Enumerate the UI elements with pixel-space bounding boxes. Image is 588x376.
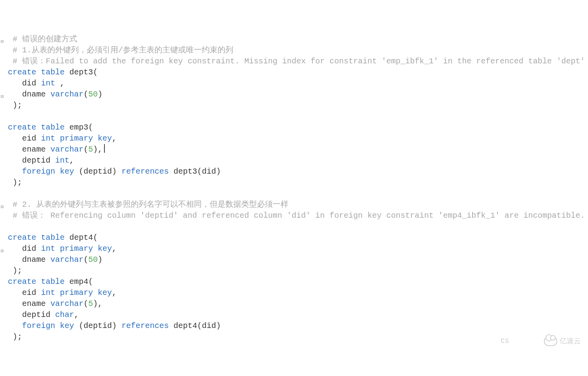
code-token: ); — [8, 178, 22, 187]
code-token — [55, 79, 60, 88]
code-line[interactable]: create table dept4( — [8, 232, 588, 243]
code-token — [117, 321, 121, 330]
code-line[interactable]: # 错误的创建方式 — [8, 34, 588, 45]
code-token: ename — [8, 299, 50, 308]
code-line[interactable]: did int , — [8, 78, 588, 89]
code-line[interactable]: ); — [8, 265, 588, 276]
code-token: key — [60, 167, 74, 176]
code-token: ( — [197, 167, 202, 176]
code-token: foreign — [22, 321, 55, 330]
code-token: did — [202, 167, 216, 176]
code-token: ), — [93, 145, 102, 154]
code-token: ( — [93, 68, 98, 77]
code-token: int — [55, 156, 69, 165]
code-token: ename — [8, 145, 50, 154]
code-token: # 1.从表的外键列，必须引用/参考主表的主键或唯一约束的列 — [8, 46, 233, 55]
code-token: key — [98, 288, 112, 297]
code-line[interactable]: ename varchar(5), — [8, 144, 588, 155]
code-token: # 2. 从表的外键列与主表被参照的列名字可以不相同，但是数据类型必须一样 — [8, 200, 288, 209]
code-line[interactable]: ename varchar(5), — [8, 298, 588, 309]
code-token: emp3 — [65, 123, 88, 132]
code-token: table — [41, 277, 65, 286]
code-token: ( — [84, 90, 88, 99]
fold-collapse-icon[interactable]: ⊟ — [1, 36, 4, 47]
code-token: , — [60, 79, 65, 88]
code-token: , — [112, 134, 117, 143]
code-token: int — [41, 244, 55, 253]
code-line[interactable] — [8, 221, 588, 232]
code-token: create — [8, 233, 36, 242]
code-token: , — [112, 244, 117, 253]
code-token — [93, 288, 98, 297]
code-line[interactable]: foreign key (deptid) references dept4(di… — [8, 320, 588, 332]
code-token: ( — [84, 255, 88, 264]
code-token: dept3 — [65, 68, 93, 77]
code-token: references — [121, 321, 169, 330]
code-token: int — [41, 134, 55, 143]
code-line[interactable]: deptid int, — [8, 155, 588, 166]
cloud-icon — [544, 337, 557, 346]
watermark-logo: 亿速云 — [544, 336, 581, 347]
code-line[interactable]: ); — [8, 100, 588, 111]
code-token: int — [41, 79, 55, 88]
code-token: ); — [8, 266, 22, 275]
code-token: 50 — [88, 255, 98, 264]
code-token: # 错误：Failed to add the foreign key const… — [8, 57, 585, 66]
code-token: int — [41, 288, 55, 297]
code-token: emp4 — [65, 277, 88, 286]
code-token: deptid — [8, 310, 55, 319]
code-token — [8, 321, 22, 330]
code-line[interactable]: create table dept3( — [8, 67, 588, 78]
code-token — [55, 321, 60, 330]
code-line[interactable] — [8, 111, 588, 122]
code-line[interactable]: # 错误： Referencing column 'deptid' and re… — [8, 210, 588, 221]
watermark-partial: CS — [501, 336, 509, 347]
code-line[interactable]: eid int primary key, — [8, 133, 588, 144]
code-token: references — [121, 167, 169, 176]
code-token: ( — [93, 233, 98, 242]
code-token: char — [55, 310, 74, 319]
code-line[interactable]: # 1.从表的外键列，必须引用/参考主表的主键或唯一约束的列 — [8, 45, 588, 56]
code-token: 5 — [88, 145, 93, 154]
fold-collapse-icon[interactable]: ⊟ — [1, 246, 4, 257]
code-line[interactable]: deptid char, — [8, 309, 588, 320]
code-token: ) — [98, 255, 102, 264]
code-area[interactable]: # 错误的创建方式 # 1.从表的外键列，必须引用/参考主表的主键或唯一约束的列… — [8, 34, 588, 343]
code-token: ) — [98, 90, 102, 99]
code-token: did — [202, 321, 216, 330]
code-token: ( — [88, 123, 93, 132]
code-line[interactable]: # 错误：Failed to add the foreign key const… — [8, 56, 588, 67]
code-line[interactable]: foreign key (deptid) references dept3(di… — [8, 166, 588, 177]
code-line[interactable]: create table emp3( — [8, 122, 588, 133]
code-token: ) — [216, 167, 221, 176]
code-token: # 错误： Referencing column 'deptid' and re… — [8, 211, 585, 220]
code-line[interactable]: dname varchar(50) — [8, 254, 588, 265]
code-token: table — [41, 123, 65, 132]
code-token: dname — [8, 255, 50, 264]
code-token: did — [8, 79, 41, 88]
code-line[interactable]: eid int primary key, — [8, 287, 588, 298]
code-token: , — [69, 156, 74, 165]
code-token — [36, 68, 41, 77]
code-token — [36, 233, 41, 242]
code-line[interactable]: # 2. 从表的外键列与主表被参照的列名字可以不相同，但是数据类型必须一样 — [8, 199, 588, 210]
code-token: ( — [197, 321, 202, 330]
code-token: table — [41, 233, 65, 242]
fold-collapse-icon[interactable]: ⊟ — [1, 91, 4, 102]
code-token: varchar — [50, 90, 84, 99]
code-token: , — [74, 310, 79, 319]
code-token — [8, 167, 22, 176]
code-line[interactable] — [8, 188, 588, 199]
code-token: ) — [216, 321, 221, 330]
code-token — [36, 123, 41, 132]
code-token — [36, 277, 41, 286]
code-line[interactable]: ); — [8, 177, 588, 188]
code-token: create — [8, 68, 36, 77]
code-line[interactable]: did int primary key, — [8, 243, 588, 254]
code-token — [55, 167, 60, 176]
code-line[interactable]: dname varchar(50) — [8, 89, 588, 100]
code-editor[interactable]: ⊟⊟⊟⊟ # 错误的创建方式 # 1.从表的外键列，必须引用/参考主表的主键或唯… — [0, 0, 588, 354]
code-line[interactable]: create table emp4( — [8, 276, 588, 287]
code-token: ( — [79, 321, 84, 330]
fold-collapse-icon[interactable]: ⊟ — [1, 202, 4, 213]
